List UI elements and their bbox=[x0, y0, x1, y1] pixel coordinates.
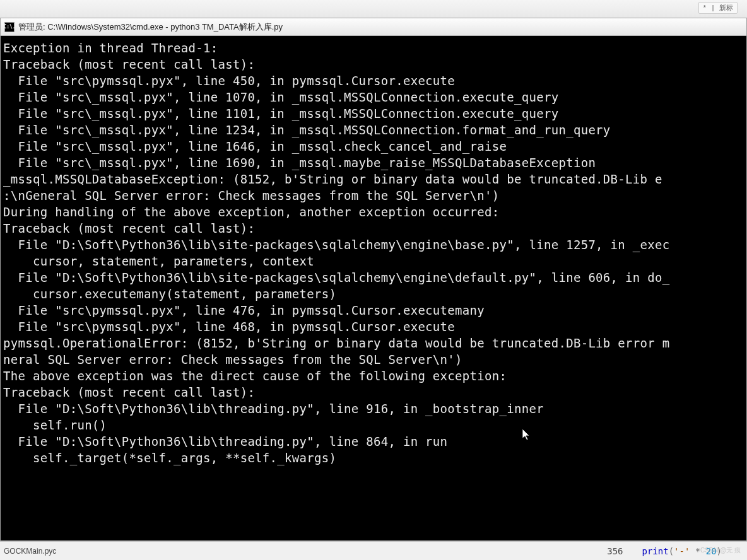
terminal-line: File "D:\Soft\Python36\lib\threading.py"… bbox=[3, 433, 744, 450]
cmd-window: C:\. 管理员: C:\Windows\System32\cmd.exe - … bbox=[0, 18, 747, 541]
terminal-line: File "src\_mssql.pyx", line 1101, in _ms… bbox=[3, 105, 744, 122]
terminal-line: self._target(*self._args, **self._kwargs… bbox=[3, 450, 744, 466]
terminal-line: File "src\_mssql.pyx", line 1070, in _ms… bbox=[3, 89, 744, 105]
terminal-line: The above exception was the direct cause… bbox=[3, 368, 744, 384]
terminal-line: :\nGeneral SQL Server error: Check messa… bbox=[3, 187, 744, 204]
status-file: GOCKMain.pyc bbox=[0, 547, 76, 556]
terminal-line: pymssql.OperationalError: (8152, b'Strin… bbox=[3, 335, 744, 351]
terminal-output[interactable]: Exception in thread Thread-1:Traceback (… bbox=[1, 36, 746, 540]
new-tab-hint: * | 新标 bbox=[698, 2, 738, 14]
terminal-line: File "D:\Soft\Python36\lib\site-packages… bbox=[3, 236, 744, 253]
watermark: CSDN @无 痕 bbox=[700, 546, 741, 555]
terminal-line: During handling of the above exception, … bbox=[3, 204, 744, 220]
terminal-line: File "src\_mssql.pyx", line 1690, in _ms… bbox=[3, 155, 744, 171]
window-title: 管理员: C:\Windows\System32\cmd.exe - pytho… bbox=[18, 21, 283, 33]
terminal-line: _mssql.MSSQLDatabaseException: (8152, b'… bbox=[3, 171, 744, 187]
terminal-line: Traceback (most recent call last): bbox=[3, 56, 744, 73]
terminal-line: File "D:\Soft\Python36\lib\site-packages… bbox=[3, 269, 744, 286]
terminal-line: self.run() bbox=[3, 417, 744, 433]
terminal-line: File "src\pymssql.pyx", line 450, in pym… bbox=[3, 73, 744, 89]
terminal-line: File "src\pymssql.pyx", line 476, in pym… bbox=[3, 302, 744, 318]
ide-backdrop bbox=[0, 0, 747, 18]
terminal-line: File "src\pymssql.pyx", line 468, in pym… bbox=[3, 318, 744, 335]
terminal-line: File "src\_mssql.pyx", line 1234, in _ms… bbox=[3, 122, 744, 138]
terminal-line: File "src\_mssql.pyx", line 1646, in _ms… bbox=[3, 138, 744, 155]
title-bar[interactable]: C:\. 管理员: C:\Windows\System32\cmd.exe - … bbox=[1, 18, 746, 36]
terminal-line: Traceback (most recent call last): bbox=[3, 220, 744, 236]
status-line-number: 356 bbox=[594, 546, 635, 556]
terminal-line: File "D:\Soft\Python36\lib\threading.py"… bbox=[3, 400, 744, 417]
terminal-line: Exception in thread Thread-1: bbox=[3, 40, 744, 56]
terminal-line: neral SQL Server error: Check messages f… bbox=[3, 351, 744, 368]
terminal-line: cursor.executemany(statement, parameters… bbox=[3, 286, 744, 302]
cmd-icon: C:\. bbox=[4, 22, 15, 32]
terminal-line: cursor, statement, parameters, context bbox=[3, 253, 744, 269]
ide-statusbar: GOCKMain.pyc 356 print('-' * 20) bbox=[0, 541, 747, 560]
terminal-line: Traceback (most recent call last): bbox=[3, 384, 744, 400]
